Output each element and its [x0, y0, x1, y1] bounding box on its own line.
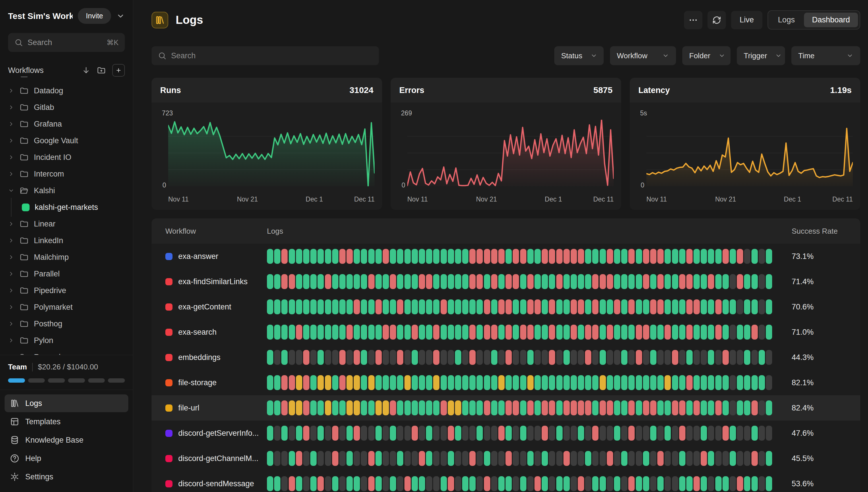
run-bar[interactable] [441, 299, 447, 314]
run-bar[interactable] [708, 375, 714, 390]
run-bar[interactable] [375, 350, 382, 365]
run-bar[interactable] [585, 350, 591, 365]
run-bar[interactable] [267, 299, 273, 314]
run-bar[interactable] [693, 451, 700, 466]
run-bar[interactable] [759, 400, 765, 415]
run-bar[interactable] [766, 325, 772, 340]
run-bar[interactable] [354, 249, 360, 264]
run-bar[interactable] [513, 476, 519, 491]
run-bar[interactable] [310, 249, 317, 264]
run-bar[interactable] [621, 451, 627, 466]
run-bar[interactable] [455, 274, 461, 289]
run-bar[interactable] [462, 350, 468, 365]
run-bar[interactable] [751, 400, 758, 415]
run-bar[interactable] [412, 325, 418, 340]
run-bar[interactable] [585, 375, 591, 390]
run-bar[interactable] [751, 249, 758, 264]
run-bar[interactable] [289, 476, 295, 491]
run-bar[interactable] [549, 476, 555, 491]
run-bar[interactable] [441, 476, 447, 491]
run-bar[interactable] [535, 476, 541, 491]
run-bar[interactable] [419, 299, 425, 314]
run-bar[interactable] [686, 426, 693, 441]
run-bar[interactable] [549, 426, 555, 441]
run-bar[interactable] [267, 249, 273, 264]
run-bar[interactable] [715, 350, 722, 365]
run-bar[interactable] [455, 426, 461, 441]
run-bar[interactable] [354, 375, 360, 390]
run-bar[interactable] [556, 375, 563, 390]
run-bar[interactable] [578, 400, 584, 415]
run-bar[interactable] [520, 400, 526, 415]
run-bar[interactable] [296, 426, 302, 441]
new-folder-icon[interactable] [97, 66, 106, 75]
run-bar[interactable] [426, 299, 432, 314]
run-bar[interactable] [289, 375, 295, 390]
run-bar[interactable] [578, 274, 584, 289]
run-bar[interactable] [346, 375, 353, 390]
run-bar[interactable] [585, 274, 591, 289]
run-bar[interactable] [289, 274, 295, 289]
run-bar[interactable] [722, 249, 729, 264]
run-bar[interactable] [505, 451, 512, 466]
run-bar[interactable] [578, 350, 584, 365]
filter-folder[interactable]: Folder [682, 46, 730, 65]
run-bar[interactable] [296, 375, 302, 390]
run-bar[interactable] [542, 249, 548, 264]
run-bar[interactable] [665, 249, 671, 264]
run-bar[interactable] [505, 400, 512, 415]
run-bar[interactable] [672, 400, 678, 415]
run-bar[interactable] [448, 476, 454, 491]
run-bar[interactable] [607, 299, 613, 314]
run-bar[interactable] [325, 400, 331, 415]
run-bar[interactable] [267, 350, 273, 365]
run-bar[interactable] [564, 299, 570, 314]
table-row[interactable]: exa-getContent70.6% [152, 294, 860, 319]
run-bar[interactable] [520, 451, 526, 466]
run-bar[interactable] [628, 274, 635, 289]
run-bar[interactable] [520, 375, 526, 390]
run-bar[interactable] [679, 476, 686, 491]
sidebar-item-settings[interactable]: Settings [5, 468, 128, 486]
run-bar[interactable] [520, 299, 526, 314]
run-bar[interactable] [549, 274, 555, 289]
run-bar[interactable] [520, 274, 526, 289]
run-bar[interactable] [759, 249, 765, 264]
tab-logs[interactable]: Logs [770, 13, 803, 27]
run-bar[interactable] [375, 325, 382, 340]
invite-button[interactable]: Invite [78, 8, 111, 24]
sidebar-folder-item[interactable]: Mailchimp [8, 249, 125, 266]
run-bar[interactable] [708, 451, 714, 466]
run-bar[interactable] [469, 476, 476, 491]
run-bar[interactable] [542, 325, 548, 340]
run-bar[interactable] [303, 299, 309, 314]
run-bar[interactable] [672, 451, 678, 466]
run-bar[interactable] [549, 325, 555, 340]
run-bar[interactable] [549, 350, 555, 365]
run-bar[interactable] [274, 426, 280, 441]
run-bar[interactable] [542, 274, 548, 289]
run-bar[interactable] [600, 299, 606, 314]
run-bar[interactable] [390, 299, 396, 314]
run-bar[interactable] [382, 451, 389, 466]
run-bar[interactable] [759, 375, 765, 390]
run-bar[interactable] [672, 476, 678, 491]
run-bar[interactable] [469, 350, 476, 365]
run-bar[interactable] [469, 375, 476, 390]
run-bar[interactable] [332, 299, 339, 314]
run-bar[interactable] [476, 249, 483, 264]
run-bar[interactable] [469, 325, 476, 340]
run-bar[interactable] [744, 476, 750, 491]
run-bar[interactable] [426, 426, 432, 441]
run-bar[interactable] [571, 375, 577, 390]
run-bar[interactable] [650, 274, 656, 289]
run-bar[interactable] [339, 299, 346, 314]
run-bar[interactable] [404, 350, 411, 365]
run-bar[interactable] [354, 325, 360, 340]
run-bar[interactable] [462, 476, 468, 491]
sidebar-folder-item[interactable]: Incident IO [8, 149, 125, 166]
run-bar[interactable] [722, 476, 729, 491]
run-bar[interactable] [607, 325, 613, 340]
sidebar-folder-item[interactable]: Resend [8, 349, 125, 355]
run-bar[interactable] [441, 325, 447, 340]
